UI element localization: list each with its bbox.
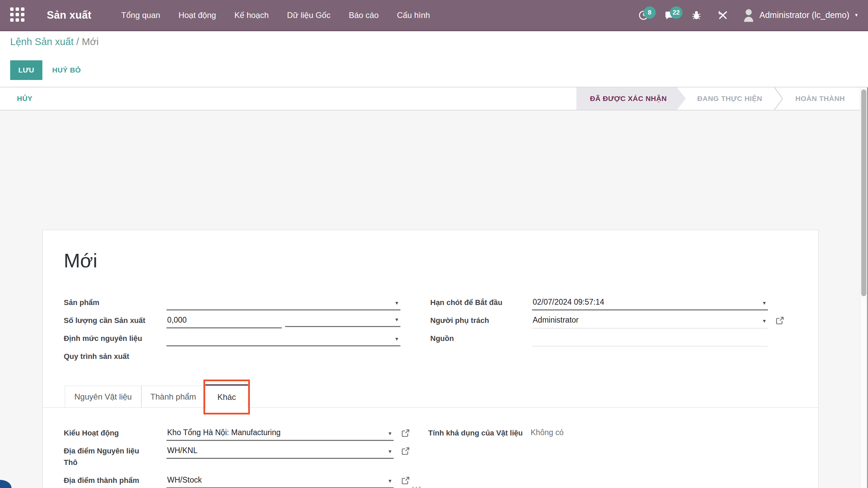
breadcrumb-separator: / bbox=[76, 36, 82, 47]
tab-components[interactable]: Nguyên Vật liệu bbox=[65, 386, 141, 408]
state-in-progress[interactable]: ĐANG THỰC HIỆN bbox=[686, 87, 774, 110]
responsible-value: Administrator bbox=[532, 315, 768, 325]
raw-material-location-field[interactable]: WH/KNL ▼ bbox=[166, 445, 394, 459]
support-tools-button[interactable] bbox=[716, 8, 730, 23]
menu-item-operations[interactable]: Hoạt động bbox=[178, 11, 216, 20]
save-button[interactable]: LƯU bbox=[10, 60, 42, 80]
record-title: Mới bbox=[64, 249, 97, 272]
top-navbar: Sản xuất Tổng quan Hoạt động Kế hoạch Dữ… bbox=[0, 0, 868, 31]
chevron-down-icon: ▼ bbox=[854, 13, 859, 18]
scrollbar-thumb[interactable] bbox=[861, 89, 866, 296]
state-in-progress-label: ĐANG THỰC HIỆN bbox=[697, 95, 762, 103]
bom-field[interactable]: ▼ bbox=[166, 333, 400, 346]
cancel-button[interactable]: HỦY bbox=[17, 95, 33, 103]
main-content: Mới Sản phẩm ▼ Số lượng cần Sản xuất 0,0… bbox=[0, 110, 868, 488]
reservation-value: Không có bbox=[531, 428, 564, 437]
state-confirmed-label: ĐÃ ĐƯỢC XÁC NHẬN bbox=[590, 95, 667, 103]
apps-menu-icon[interactable] bbox=[10, 7, 26, 23]
activities-badge: 8 bbox=[644, 6, 656, 19]
source-value bbox=[532, 333, 768, 333]
finished-location-label: Địa điểm thành phẩm bbox=[64, 475, 162, 486]
tab-finished-products[interactable]: Thành phẩm bbox=[141, 386, 205, 408]
menu-item-configuration[interactable]: Cấu hình bbox=[397, 11, 430, 20]
external-link-icon[interactable] bbox=[775, 316, 784, 327]
reservation-label: Tính khả dụng của Vật liệu bbox=[428, 427, 523, 439]
vertical-scrollbar[interactable] bbox=[860, 87, 867, 488]
product-label: Sản phẩm bbox=[64, 297, 159, 308]
control-panel: Lệnh Sản xuất / Mới LƯU HUỶ BỎ bbox=[0, 32, 868, 87]
menu-item-reporting[interactable]: Báo cáo bbox=[349, 11, 379, 20]
finished-location-field[interactable]: WH/Stock ▼ bbox=[166, 475, 394, 488]
app-name[interactable]: Sản xuất bbox=[47, 9, 92, 21]
tab-miscellaneous[interactable]: Khác bbox=[205, 384, 248, 408]
responsible-field[interactable]: Administrator ▼ bbox=[532, 315, 768, 328]
status-bar: HỦY ĐÃ ĐƯỢC XÁC NHẬN ĐANG THỰC HIỆN HOÀN… bbox=[0, 87, 868, 110]
product-field[interactable]: ▼ bbox=[166, 297, 400, 310]
dropdown-caret-icon: ▼ bbox=[388, 478, 392, 484]
uom-value bbox=[285, 313, 400, 314]
raw-material-location-label: Địa điểm Nguyên liệu Thô bbox=[64, 445, 154, 468]
finished-location-value: WH/Stock bbox=[166, 475, 394, 485]
operation-type-field[interactable]: Kho Tổng Hà Nội: Manufacturing ▼ bbox=[166, 427, 394, 441]
tab-components-label: Nguyên Vật liệu bbox=[74, 392, 132, 402]
activities-button[interactable]: 8 bbox=[637, 8, 650, 23]
dropdown-caret-icon: ▼ bbox=[388, 431, 392, 436]
menu-item-overview[interactable]: Tổng quan bbox=[121, 11, 160, 20]
discard-button[interactable]: HUỶ BỎ bbox=[47, 60, 86, 80]
quantity-value: 0,000 bbox=[166, 315, 282, 325]
state-pipeline: ĐÃ ĐƯỢC XÁC NHẬN ĐANG THỰC HIỆN HOÀN THÀ… bbox=[576, 87, 856, 110]
user-name: Administrator (lc_demo) bbox=[760, 10, 849, 20]
deadline-value: 02/07/2024 09:57:14 bbox=[532, 297, 768, 307]
navbar-systray: 8 22 bbox=[637, 8, 859, 23]
user-menu[interactable]: Administrator (lc_demo) ▼ bbox=[743, 8, 859, 22]
raw-material-location-value: WH/KNL bbox=[166, 445, 394, 455]
bug-icon bbox=[691, 10, 702, 21]
breadcrumb-parent-link[interactable]: Lệnh Sản xuất bbox=[10, 36, 74, 47]
tools-icon bbox=[717, 10, 728, 21]
deadline-label: Hạn chót để Bắt đầu bbox=[430, 297, 529, 308]
dropdown-caret-icon: ▼ bbox=[762, 318, 767, 324]
product-value bbox=[166, 297, 400, 298]
breadcrumb: Lệnh Sản xuất / Mới bbox=[10, 36, 99, 47]
tab-miscellaneous-label: Khác bbox=[217, 392, 236, 402]
operation-type-label: Kiểu Hoạt động bbox=[64, 427, 155, 439]
quantity-field[interactable]: 0,000 bbox=[166, 315, 282, 328]
form-sheet: Mới Sản phẩm ▼ Số lượng cần Sản xuất 0,0… bbox=[42, 230, 818, 488]
uom-field[interactable]: ▼ bbox=[285, 313, 400, 327]
source-field[interactable] bbox=[532, 333, 768, 346]
state-done-label: HOÀN THÀNH bbox=[795, 95, 845, 103]
dropdown-caret-icon: ▼ bbox=[762, 300, 767, 306]
external-link-icon[interactable] bbox=[401, 429, 410, 440]
bom-label: Định mức nguyên liệu bbox=[64, 333, 162, 344]
deadline-field[interactable]: 02/07/2024 09:57:14 ▼ bbox=[532, 297, 768, 310]
dropdown-caret-icon: ▼ bbox=[394, 336, 399, 342]
operation-type-value: Kho Tổng Hà Nội: Manufacturing bbox=[166, 427, 394, 437]
state-done[interactable]: HOÀN THÀNH bbox=[784, 87, 856, 110]
messages-button[interactable]: 22 bbox=[663, 8, 677, 23]
bom-value bbox=[166, 333, 400, 333]
menu-item-planning[interactable]: Kế hoạch bbox=[234, 11, 269, 20]
debug-button[interactable] bbox=[690, 8, 703, 23]
dropdown-caret-icon: ▼ bbox=[394, 300, 399, 306]
cutoff-text: Hộ bbox=[412, 485, 422, 488]
quantity-label: Số lượng cần Sản xuất bbox=[64, 315, 162, 326]
avatar bbox=[743, 8, 755, 22]
chevron-separator-icon bbox=[774, 87, 784, 110]
responsible-label: Người phụ trách bbox=[430, 315, 529, 326]
tab-finished-products-label: Thành phẩm bbox=[151, 392, 196, 402]
external-link-icon[interactable] bbox=[401, 447, 410, 458]
main-menu: Tổng quan Hoạt động Kế hoạch Dữ liệu Gốc… bbox=[121, 11, 430, 20]
source-label: Nguồn bbox=[430, 333, 529, 344]
state-confirmed[interactable]: ĐÃ ĐƯỢC XÁC NHẬN bbox=[576, 87, 686, 110]
dropdown-caret-icon: ▼ bbox=[394, 317, 399, 322]
breadcrumb-current: Mới bbox=[82, 36, 99, 47]
messages-badge: 22 bbox=[670, 6, 683, 19]
dropdown-caret-icon: ▼ bbox=[388, 449, 392, 454]
menu-item-master-data[interactable]: Dữ liệu Gốc bbox=[287, 11, 331, 20]
external-link-icon[interactable] bbox=[401, 476, 410, 487]
routing-label: Quy trình sản xuất bbox=[64, 351, 162, 362]
